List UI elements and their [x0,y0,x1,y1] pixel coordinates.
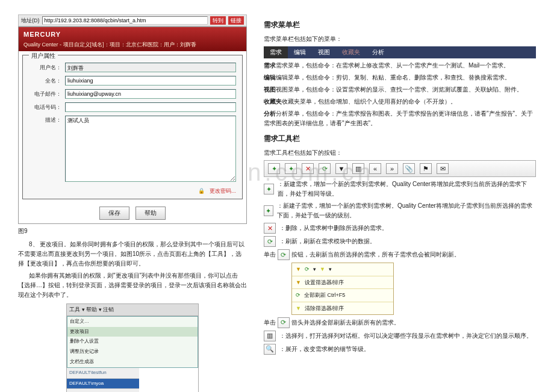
refresh-icon[interactable]: ⟳ [319,163,331,174]
flag-icon[interactable]: ⚑ [420,163,432,174]
proj-item[interactable]: DEFAULT\myoa [67,379,139,390]
indent-right-icon[interactable]: » [386,163,398,174]
mail-icon[interactable]: ✉ [437,163,449,174]
qc-window: MERCURY Quality Center - 项目自定义[域名]：项目：北京… [18,26,247,224]
req-menubar: 需求 编辑 视图 收藏夹 分析 [264,46,536,58]
para-change-project: 8、 更改项目。如果你同时拥有多个项目的权限，那么登录到其中一个项目后可以不需要… [18,240,247,269]
indent-left-icon[interactable]: « [369,163,381,174]
req-toolbar: ✦ ✦ ✕ ⟳ ▼ ▥ « » 📎 ⚑ ✉ [264,160,536,177]
menu-doc-generator[interactable]: 文档生成器 [67,357,198,367]
desc-columns: ：选择列，打开选择列对话框。你可以决定哪些字段显示在需求树中，并决定它们的显示顺… [279,331,532,341]
change-password-link[interactable]: 更改密码... [210,187,236,195]
desc-analyze-menu: 分析分析菜单，包括命令：产生需求报告和图表。关于需求报告的更详细信息，请看"产生… [264,109,536,128]
go-button[interactable]: 转到 [210,16,226,25]
menu-analyze[interactable]: 分析 [366,46,390,58]
menu-change-project[interactable]: 更改项目 [67,327,198,337]
desc-delete: ：删除，从需求树中删除所选择的需求。 [279,223,388,233]
desc-zoom: ：展开，改变需求树的细节等级。 [279,344,370,354]
links-button[interactable]: 链接 [228,16,244,25]
refresh-icon: ⟳ [278,249,290,260]
new-child-req-icon: ✦ [264,205,273,216]
dialog-button-row: 保存 帮助 [19,203,246,223]
field-phone[interactable] [65,102,236,112]
mercury-logo: MERCURY [23,30,241,40]
row-new-req: ✦ ：新建需求，增加一个新的需求到需求树。Quality Center将增加此需… [264,179,536,199]
tools-menu-screenshot: 工具 ▾ 帮助 ▾ 注销 自定义… 更改项目 删除个人设置 调整历史记录 文档生… [66,303,199,392]
field-label-username: 用户名： [29,63,65,72]
field-fullname[interactable] [65,76,236,86]
figure9-label: 图9 [18,226,247,236]
menu-toolbar: 工具 ▾ 帮助 ▾ 注销 [67,304,198,316]
addr-label: 地址(D) [21,16,40,25]
menu-intro: 需求菜单栏包括如下的菜单： [264,34,536,44]
dd-clear-filter[interactable]: ▼清除筛选器/排序 [292,302,393,314]
columns-icon[interactable]: ▥ [352,163,364,174]
panel-title: 用户属性 [29,51,58,61]
menu-view[interactable]: 视图 [312,46,336,58]
qc-header: MERCURY Quality Center - 项目自定义[域名]：项目：北京… [19,27,246,51]
field-label-phone: 电话号码： [29,103,65,111]
menu-adjust-history[interactable]: 调整历史记录 [67,347,198,357]
refresh-dropdown-icon: ⟳ [278,317,290,328]
desc-fav-menu: 收藏夹收藏夹菜单，包括命增加、组织个人使用喜好的命令（不开放）。 [264,97,536,107]
row-refresh: ⟳ ：刷新，刷新在需求模块中的数据。 [264,236,536,247]
field-email[interactable] [65,89,236,99]
para-change-project-b: 如果你拥有其她项目的权限，则"更改项目"列表中并没有那些项目，你可以点击【选择…… [18,271,247,300]
desc-refresh: ：刷新，刷新在需求模块中的数据。 [279,237,376,246]
menu-edit[interactable]: 编辑 [288,46,312,58]
row-columns: ▥ ：选择列，打开选择列对话框。你可以决定哪些字段显示在需求树中，并决定它们的显… [264,331,536,341]
desc-new-req: ：新建需求，增加一个新的需求到需求树。Quality Center将增加此需求到… [278,179,536,199]
menu-customize[interactable]: 自定义… [67,317,198,327]
filter-icon[interactable]: ▼ [335,163,347,174]
refresh-icon: ⟳ [264,236,276,247]
toolbar-intro: 需求工具栏包括如下的按钮： [264,148,536,158]
field-label-desc: 描述： [29,116,65,124]
field-desc[interactable]: 测试人员 [65,116,236,182]
menu-fav[interactable]: 收藏夹 [336,46,366,58]
field-label-fullname: 全名： [29,76,65,85]
dd-set-filter[interactable]: ▼设置筛选器/排序 [292,276,393,288]
new-req-icon[interactable]: ✦ [268,163,280,174]
browser-address-bar: 地址(D) 转到 链接 [18,14,247,26]
proj-item[interactable]: DEFAULT\testfun [67,368,139,379]
field-label-email: 电子邮件： [29,90,65,98]
lock-icon: 🔒 [198,187,205,195]
addr-input[interactable] [42,16,208,25]
delete-icon[interactable]: ✕ [302,163,314,174]
proj-item[interactable]: DEFAULT\QualityCenter_Demo [67,389,139,392]
delete-icon: ✕ [264,223,276,234]
row-zoom: 🔍 ：展开，改变需求树的细节等级。 [264,344,536,355]
refresh-dropdown: ▼⟳▾▼▾ ▼设置筛选器/排序 ⟳全部刷新 Ctrl+F5 ▼清除筛选器/排序 [291,263,394,315]
new-req-icon: ✦ [264,184,274,194]
zoom-icon: 🔍 [264,344,276,355]
attach-icon[interactable]: 📎 [403,163,415,174]
row-refresh-single: 单击 ⟳ 按钮，去刷新当前所选择的需求，所有子需求也会被同时刷新。 [264,249,536,260]
field-username: 刘辉香 [65,63,236,72]
help-button[interactable]: 帮助 [135,207,166,220]
user-props-panel: 用户属性 用户名： 刘辉香 全名： 电子邮件： 电话号码 [22,55,243,199]
qc-title-line: Quality Center - 项目自定义[域名]：项目：北京仁和医院：用户：… [23,40,241,49]
row-refresh-all-text: 单击 ⟳ 箭头并选择全部刷新去刷新所有的需求。 [264,317,536,328]
new-child-req-icon[interactable]: ✦ [285,163,297,174]
heading-menu-bar: 需求菜单栏 [264,19,536,31]
row-delete: ✕ ：删除，从需求树中删除所选择的需求。 [264,223,536,234]
dd-refresh-all[interactable]: ⟳全部刷新 Ctrl+F5 [292,288,393,301]
desc-new-child-req: ：新建子需求，增加一个新的需求到需求树。Quality Center将增加此子需… [277,201,536,220]
menu-clear-personal[interactable]: 删除个人设置 [67,337,198,347]
save-button[interactable]: 保存 [99,207,129,220]
desc-view-menu: 视图视图菜单，包括命令：设置需求树的显示、查找一个需求、浏览测试覆盖、关联缺陷、… [264,85,536,95]
dd-filter-icons: ▼⟳▾▼▾ [292,263,393,275]
columns-icon: ▥ [264,331,276,341]
desc-edit-menu: 编辑编辑菜单，包括命令：剪切、复制、粘贴、重命名、删除需求，和查找、替换搜索需求… [264,73,536,82]
heading-toolbar: 需求工具栏 [264,133,536,145]
desc-req-menu: 需求需求菜单，包括命令：在需求树上修改需求、从一个需求产生一个测试、Mail一个… [264,61,536,70]
menu-req[interactable]: 需求 [264,46,288,58]
row-new-child-req: ✦ ：新建子需求，增加一个新的需求到需求树。Quality Center将增加此… [264,201,536,220]
